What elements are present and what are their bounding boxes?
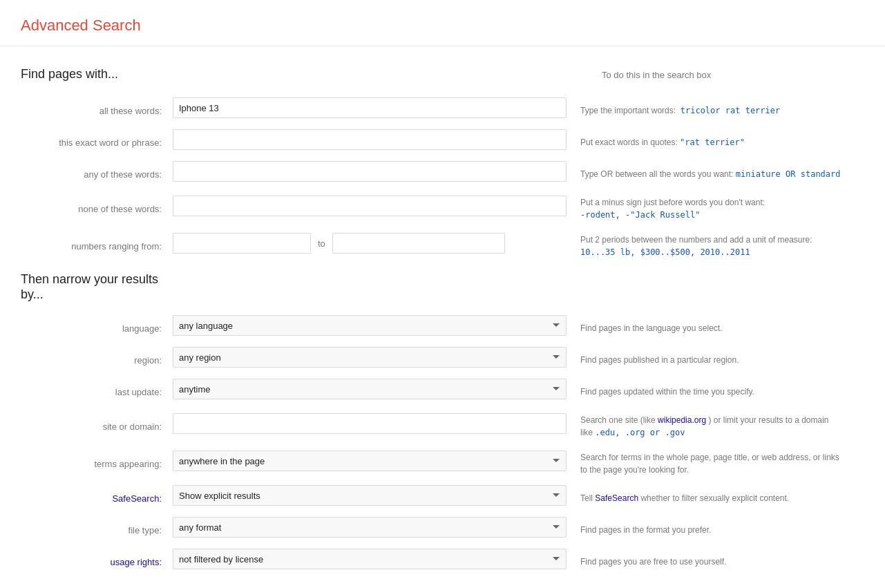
language-label: language: bbox=[21, 318, 173, 334]
number-to-input[interactable] bbox=[332, 233, 505, 254]
region-help: Find pages published in a particular reg… bbox=[580, 348, 843, 366]
any-words-input[interactable] bbox=[173, 161, 567, 182]
safesearch-help: Tell SafeSearch whether to filter sexual… bbox=[580, 486, 843, 504]
to-label: to bbox=[318, 238, 325, 249]
safesearch-label: SafeSearch: bbox=[21, 488, 173, 504]
usage-rights-label: usage rights: bbox=[21, 551, 173, 567]
region-select[interactable]: any region bbox=[173, 347, 567, 368]
all-words-help: Type the important words: tricolor rat t… bbox=[580, 99, 843, 117]
safesearch-info-link[interactable]: SafeSearch bbox=[595, 493, 638, 503]
safesearch-link[interactable]: SafeSearch: bbox=[112, 493, 162, 504]
wikipedia-link[interactable]: wikipedia.org bbox=[658, 415, 706, 425]
region-label: region: bbox=[21, 350, 173, 366]
last-update-select[interactable]: anytime bbox=[173, 379, 567, 399]
language-help: Find pages in the language you select. bbox=[580, 316, 843, 334]
last-update-help: Find pages updated within the time you s… bbox=[580, 380, 843, 398]
none-words-input[interactable] bbox=[173, 196, 567, 216]
exact-phrase-input[interactable] bbox=[173, 129, 567, 150]
todo-heading: To do this in the search box bbox=[602, 67, 864, 82]
any-words-label: any of these words: bbox=[21, 164, 173, 180]
terms-appearing-select[interactable]: anywhere in the page bbox=[173, 451, 567, 471]
divider bbox=[0, 46, 885, 46]
usage-rights-help: Find pages you are free to use yourself. bbox=[580, 550, 843, 568]
file-type-label: file type: bbox=[21, 520, 173, 535]
usage-rights-select[interactable]: not filtered by license bbox=[173, 549, 567, 569]
file-type-help: Find pages in the format you prefer. bbox=[580, 518, 843, 536]
all-words-label: all these words: bbox=[21, 100, 173, 116]
none-words-help: Put a minus sign just before words you d… bbox=[580, 191, 843, 221]
site-domain-input[interactable] bbox=[173, 413, 567, 434]
terms-appearing-label: terms appearing: bbox=[21, 453, 173, 469]
find-pages-heading: Find pages with... bbox=[21, 67, 118, 82]
numbers-help: Put 2 periods between the numbers and ad… bbox=[580, 228, 843, 258]
narrow-heading: Then narrow your results by... bbox=[21, 272, 864, 302]
exact-phrase-label: this exact word or phrase: bbox=[21, 132, 173, 148]
site-domain-help: Search one site (like wikipedia.org ) or… bbox=[580, 408, 843, 439]
last-update-label: last update: bbox=[21, 381, 173, 397]
page-title: Advanced Search bbox=[0, 0, 885, 46]
none-words-label: none of these words: bbox=[21, 198, 173, 214]
exact-phrase-help: Put exact words in quotes: "rat terrier" bbox=[580, 131, 843, 149]
file-type-select[interactable]: any format bbox=[173, 517, 567, 538]
numbers-label: numbers ranging from: bbox=[21, 236, 173, 252]
site-domain-label: site or domain: bbox=[21, 416, 173, 432]
usage-rights-link[interactable]: usage rights: bbox=[111, 557, 162, 567]
language-select[interactable]: any language bbox=[173, 315, 567, 336]
safesearch-select[interactable]: Show explicit results bbox=[173, 485, 567, 506]
all-words-input[interactable] bbox=[173, 97, 567, 118]
any-words-help: Type OR between all the words you want: … bbox=[580, 162, 843, 180]
terms-appearing-help: Search for terms in the whole page, page… bbox=[580, 446, 843, 476]
number-from-input[interactable] bbox=[173, 233, 311, 254]
